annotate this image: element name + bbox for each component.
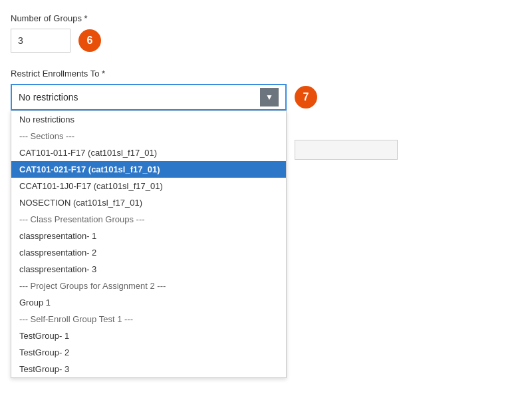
dropdown-option[interactable]: CCAT101-1J0-F17 (cat101sl_f17_01) <box>11 178 286 194</box>
restrict-enrollments-dropdown[interactable]: No restrictions ▼ <box>11 84 287 110</box>
dropdown-option: --- Class Presentation Groups --- <box>11 211 286 228</box>
restrict-enrollments-label: Restrict Enrollments To * <box>11 69 521 79</box>
dropdown-list: No restrictions--- Sections ---CAT101-01… <box>11 110 287 378</box>
number-of-groups-input[interactable] <box>11 29 70 53</box>
dropdown-option: --- Sections --- <box>11 128 286 144</box>
dropdown-selected-text: No restrictions <box>19 92 78 103</box>
dropdown-option[interactable]: TestGroup- 1 <box>11 327 286 344</box>
dropdown-option[interactable]: CAT101-021-F17 (cat101sl_f17_01) <box>11 161 286 178</box>
dropdown-option: --- Project Groups for Assignment 2 --- <box>11 278 286 294</box>
dropdown-option[interactable]: classpresentation- 1 <box>11 228 286 244</box>
number-of-groups-row: 6 <box>11 29 521 53</box>
step-badge-6: 6 <box>78 29 101 52</box>
dropdown-option[interactable]: classpresentation- 3 <box>11 261 286 278</box>
dropdown-option[interactable]: TestGroup- 3 <box>11 361 286 377</box>
dropdown-option[interactable]: TestGroup- 2 <box>11 344 286 361</box>
dropdown-option[interactable]: No restrictions <box>11 111 286 128</box>
dropdown-option: --- Self-Enroll Group Test 1 --- <box>11 311 286 327</box>
number-of-groups-label: Number of Groups * <box>11 13 521 23</box>
dropdown-arrow-icon[interactable]: ▼ <box>260 88 279 106</box>
dropdown-option[interactable]: classpresentation- 2 <box>11 244 286 261</box>
restrict-enrollments-wrapper: No restrictions ▼ 7 No restrictions--- S… <box>11 84 521 110</box>
page-container: Number of Groups * 6 Restrict Enrollment… <box>0 0 532 124</box>
step-badge-7: 7 <box>295 86 317 108</box>
dropdown-option[interactable]: CAT101-011-F17 (cat101sl_f17_01) <box>11 144 286 161</box>
dropdown-option[interactable]: NOSECTION (cat101sl_f17_01) <box>11 194 286 211</box>
dropdown-option[interactable]: Group 1 <box>11 294 286 311</box>
secondary-input[interactable] <box>295 140 398 160</box>
